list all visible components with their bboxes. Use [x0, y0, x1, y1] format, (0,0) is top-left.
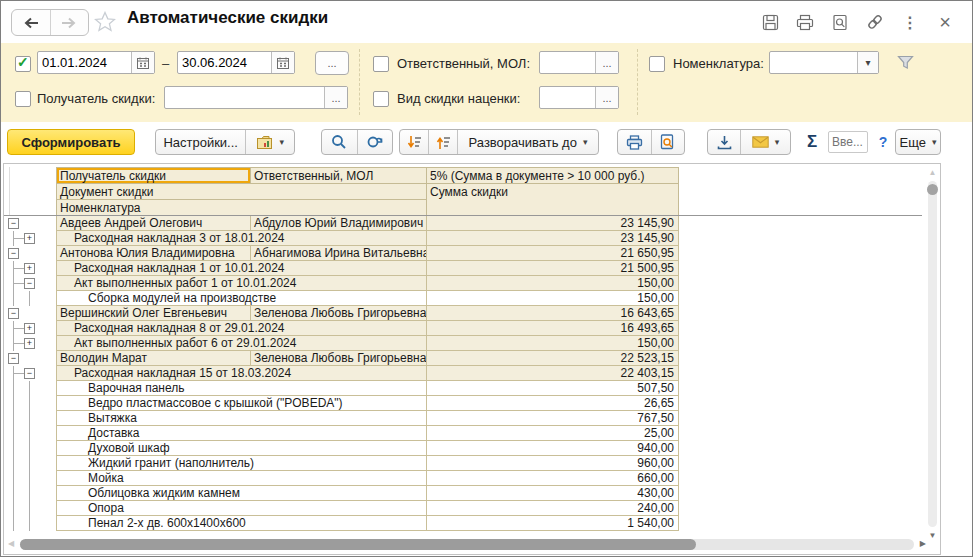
cell-sum[interactable]: 960,00 — [426, 456, 679, 471]
collapse-icon[interactable]: − — [8, 308, 19, 319]
cell-group[interactable]: Жидкий гранит (наполнитель) — [56, 456, 427, 471]
cell-sum[interactable]: 150,00 — [426, 276, 679, 291]
print-report-button[interactable] — [618, 130, 651, 154]
expand-icon[interactable]: + — [24, 338, 35, 349]
close-button[interactable]: × — [934, 11, 956, 33]
preview-report-button[interactable] — [651, 130, 685, 154]
generate-button[interactable]: Сформировать — [7, 129, 135, 155]
cell-sum[interactable]: 22 523,15 — [426, 351, 679, 366]
cell-responsible[interactable]: Абнагимова Ирина Витальевна — [250, 246, 427, 261]
more-actions-button[interactable]: Еще ▾ — [895, 129, 941, 155]
collapse-icon[interactable]: − — [24, 278, 35, 289]
recipient-input[interactable] — [165, 87, 324, 108]
discount-kind-checkbox[interactable]: ✓ — [373, 91, 389, 107]
scroll-up-icon[interactable]: ▲ — [926, 168, 939, 177]
header-cell-recipient[interactable]: Получатель скидки — [56, 167, 251, 184]
cell-sum[interactable]: 23 145,90 — [426, 231, 679, 246]
table-row[interactable]: + Расходная накладная 3 от 18.01.2024 23… — [4, 231, 924, 246]
period-checkbox[interactable]: ✓ — [15, 56, 31, 72]
expand-to-button[interactable]: Разворачивать до ▾ — [457, 130, 598, 154]
scroll-right-icon[interactable]: ▶ — [920, 539, 926, 548]
scroll-down-icon[interactable]: ▼ — [926, 531, 939, 540]
table-row[interactable]: Варочная панель 507,50 — [4, 381, 924, 396]
table-row[interactable]: Жидкий гранит (наполнитель) 960,00 — [4, 456, 924, 471]
table-row[interactable]: + Расходная накладная 8 от 29.01.2024 16… — [4, 321, 924, 336]
table-row[interactable]: − Акт выполненных работ 1 от 10.01.2024 … — [4, 276, 924, 291]
header-cell-document[interactable]: Документ скидки — [56, 183, 427, 200]
filter-funnel-icon[interactable] — [897, 55, 914, 70]
table-row[interactable]: − Володин Марат Зеленова Любовь Григорье… — [4, 351, 924, 366]
table-row[interactable]: Вытяжка 767,50 — [4, 411, 924, 426]
date-to-input[interactable] — [178, 52, 271, 73]
table-row[interactable]: Сборка модулей на производстве 150,00 — [4, 291, 924, 306]
scrollbar-thumb[interactable] — [20, 539, 696, 550]
settings-button[interactable]: Настройки... — [156, 130, 245, 154]
cell-group[interactable]: Авдеев Андрей Олегович — [56, 216, 251, 231]
cell-group[interactable]: Антонова Юлия Владимировна — [56, 246, 251, 261]
sort-descending-button[interactable] — [400, 130, 428, 154]
more-menu-button[interactable]: ⋮ — [899, 11, 921, 33]
cell-group[interactable]: Вытяжка — [56, 411, 427, 426]
scrollbar-thumb[interactable] — [927, 184, 938, 195]
collapse-icon[interactable]: − — [8, 353, 19, 364]
cell-sum[interactable]: 26,65 — [426, 396, 679, 411]
cell-group[interactable]: Володин Марат — [56, 351, 251, 366]
discount-kind-input[interactable] — [540, 87, 595, 108]
period-options-button[interactable]: ... — [315, 51, 349, 75]
table-row[interactable]: − Антонова Юлия Владимировна Абнагимова … — [4, 246, 924, 261]
table-row[interactable]: − Вершинский Олег Евгеньевич Зеленова Лю… — [4, 306, 924, 321]
table-row[interactable]: Мойка 660,00 — [4, 471, 924, 486]
expand-icon[interactable]: + — [24, 323, 35, 334]
table-row[interactable]: + Акт выполненных работ 6 от 29.01.2024 … — [4, 336, 924, 351]
nomenclature-dropdown-button[interactable]: ▾ — [857, 52, 878, 73]
cell-sum[interactable]: 150,00 — [426, 336, 679, 351]
help-button[interactable]: ? — [875, 129, 891, 155]
responsible-input[interactable] — [540, 52, 595, 73]
recipient-checkbox[interactable]: ✓ — [15, 91, 31, 107]
responsible-select-button[interactable]: ... — [595, 52, 618, 73]
cell-group[interactable]: Ведро пластмассовое с крышкой ("POBEDA") — [56, 396, 427, 411]
cell-sum[interactable]: 23 145,90 — [426, 216, 679, 231]
cell-group[interactable]: Расходная накладная 15 от 18.03.2024 — [56, 366, 427, 381]
table-row[interactable]: Ведро пластмассовое с крышкой ("POBEDA")… — [4, 396, 924, 411]
autosum-button[interactable]: Σ — [801, 129, 823, 155]
collapse-icon[interactable]: − — [8, 218, 19, 229]
header-cell-responsible[interactable]: Ответственный, МОЛ — [250, 167, 427, 184]
table-row[interactable]: Доставка 25,00 — [4, 426, 924, 441]
header-cell-discount-sum[interactable]: Сумма скидки — [426, 183, 679, 216]
scrollbar-track[interactable] — [928, 181, 937, 527]
calendar-button[interactable] — [271, 52, 294, 73]
horizontal-scrollbar[interactable]: ◀ ▶ — [8, 538, 926, 551]
header-cell-discount-condition[interactable]: 5% (Сумма в документе > 10 000 руб.) — [426, 167, 679, 184]
table-row[interactable]: Пенал 2-х дв. 600x1400x600 1 540,00 — [4, 516, 924, 531]
table-row[interactable]: Духовой шкаф 940,00 — [4, 441, 924, 456]
table-row[interactable]: Облицовка жидким камнем 430,00 — [4, 486, 924, 501]
cell-sum[interactable]: 16 643,65 — [426, 306, 679, 321]
table-row[interactable]: − Авдеев Андрей Олегович Абдулов Юрий Вл… — [4, 216, 924, 231]
favorite-star-icon[interactable] — [94, 11, 116, 32]
table-row[interactable]: − Расходная накладная 15 от 18.03.2024 2… — [4, 366, 924, 381]
cell-sum[interactable]: 240,00 — [426, 501, 679, 516]
sort-ascending-button[interactable] — [428, 130, 457, 154]
recipient-select-button[interactable]: ... — [324, 87, 347, 108]
cell-responsible[interactable]: Зеленова Любовь Григорьевна — [250, 351, 427, 366]
cell-group[interactable]: Вершинский Олег Евгеньевич — [56, 306, 251, 321]
cell-group[interactable]: Духовой шкаф — [56, 441, 427, 456]
discount-kind-select-button[interactable]: ... — [595, 87, 618, 108]
forward-button[interactable] — [50, 10, 89, 35]
cell-group[interactable]: Опора — [56, 501, 427, 516]
cell-group[interactable]: Расходная накладная 8 от 29.01.2024 — [56, 321, 427, 336]
cell-group[interactable]: Варочная панель — [56, 381, 427, 396]
find-button[interactable] — [322, 130, 357, 154]
table-row[interactable]: Опора 240,00 — [4, 501, 924, 516]
cell-group[interactable]: Акт выполненных работ 6 от 29.01.2024 — [56, 336, 427, 351]
collapse-icon[interactable]: − — [24, 368, 35, 379]
cell-responsible[interactable]: Зеленова Любовь Григорьевна — [250, 306, 427, 321]
cell-group[interactable]: Акт выполненных работ 1 от 10.01.2024 — [56, 276, 427, 291]
calendar-button[interactable] — [131, 52, 154, 73]
cell-sum[interactable]: 22 403,15 — [426, 366, 679, 381]
quick-search-input[interactable] — [828, 131, 868, 153]
expand-icon[interactable]: + — [24, 233, 35, 244]
cell-sum[interactable]: 25,00 — [426, 426, 679, 441]
cell-sum[interactable]: 660,00 — [426, 471, 679, 486]
